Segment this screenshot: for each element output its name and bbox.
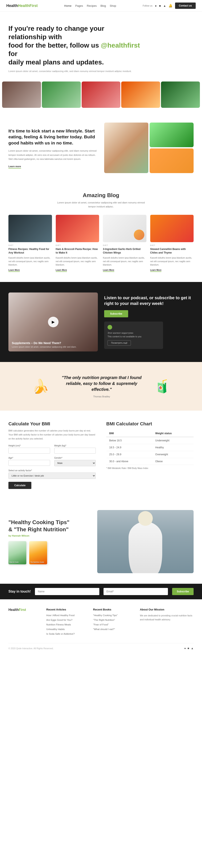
height-input[interactable] <box>8 448 50 454</box>
newsletter-email-input[interactable] <box>104 588 168 595</box>
nav-right: Follow us ● ■ ▲ 🔔 Contact us <box>143 2 196 9</box>
weight-label: Weight (kg)* <box>54 444 96 447</box>
footer-article-4[interactable]: Unhealthy Habits <box>46 628 65 630</box>
bmi-chart: BMI Calculator Chart BMI Weight status B… <box>106 421 194 489</box>
food-image-1 <box>2 82 41 108</box>
footer-instagram-icon[interactable]: ● <box>184 647 186 650</box>
blog-image-4 <box>150 215 194 242</box>
image-strip <box>0 82 202 114</box>
bmi-status-3: Overweight <box>152 451 194 458</box>
footer-book-1[interactable]: "Healthy Cooking Tips" <box>93 614 117 617</box>
blog-card-1: DIET Fitness Recipes: Healthy Food for A… <box>8 215 52 272</box>
bmi-col-header-1: BMI <box>106 430 152 437</box>
subscribe-button[interactable]: Subscribe <box>104 310 128 317</box>
blog-grid: DIET Fitness Recipes: Healthy Food for A… <box>8 215 194 272</box>
blog-learn-more-3[interactable]: Learn More <box>103 269 114 272</box>
bmi-col-header-2: Weight status <box>152 430 194 437</box>
footer-about-heading: About Our Mission <box>140 608 194 611</box>
book-cover-1[interactable]: How to Cook <box>8 541 26 564</box>
hero-section: If you're ready to change your relations… <box>0 11 152 82</box>
footer-recent-books: Recent Books "Healthy Cooking Tips" "The… <box>93 608 131 637</box>
blog-title-1[interactable]: Fitness Recipes: Healthy Food for Any Wo… <box>8 247 52 255</box>
video-title: Supplements – Do We Need Them? <box>12 341 77 345</box>
newsletter-section: Stay in touch! Subscribe <box>0 584 202 599</box>
bmi-section: Calculate Your BMI BMI calculator genera… <box>0 411 202 499</box>
lifestyle-learn-more[interactable]: Learn more <box>8 165 21 168</box>
blog-image-2 <box>56 215 99 242</box>
footer-twitter-icon[interactable]: ▲ <box>191 647 194 650</box>
blog-card-2: DIET Ham & Broccoli Pasta Recipe: How to… <box>56 215 99 272</box>
available-dot <box>107 325 112 330</box>
nav-shop[interactable]: Shop <box>110 4 116 7</box>
blog-title-3[interactable]: 3-Ingredient Garlic-Herb Grilled Chicken… <box>103 247 146 255</box>
lifestyle-img-2 <box>149 123 194 147</box>
play-button[interactable]: ▶ <box>48 317 59 327</box>
twitter-icon[interactable]: ▲ <box>163 4 166 7</box>
blog-body-3: Kasvelt doluths lorem ipsa blandum aucti… <box>103 256 146 267</box>
footer-book-2[interactable]: "The Right Nutrition" <box>93 619 115 621</box>
activity-select[interactable]: Little or no Exercise / desk job Light E… <box>8 472 96 479</box>
lifestyle-text: It's time to kick start a new lifestyle.… <box>8 128 98 168</box>
blog-tag-2: DIET <box>56 244 99 246</box>
blog-learn-more-2[interactable]: Learn More <box>56 269 67 272</box>
blog-title-2[interactable]: Ham & Broccoli Pasta Recipe: How to Make… <box>56 247 99 255</box>
footer-article-3[interactable]: Nutrition Fitness Meals <box>46 623 71 626</box>
bmi-status-2: Healthy <box>152 444 194 451</box>
bmi-range-4: 30.0 - and Above <box>106 458 152 465</box>
book-covers: How to Cook The Nutrition Guide <box>8 541 89 564</box>
hero-body: Lorem ipsum dolor sit amet, consectetur … <box>8 69 143 73</box>
lifestyle-section: It's time to kick start a new lifestyle.… <box>0 114 202 182</box>
view-more-button[interactable]: Посмотреть ещё <box>107 340 131 346</box>
footer-about: About Our Mission We are dedicated to pr… <box>140 608 194 637</box>
newsletter-heading: Stay in touch! <box>8 590 31 593</box>
nav-logo[interactable]: HealthHealthFirst <box>6 4 38 8</box>
age-group: Age* <box>8 457 50 466</box>
footer-book-4[interactable]: "What should I eat?" <box>93 628 115 630</box>
nav-links: Home Pages Recipes Blog Shop <box>64 4 116 7</box>
woman-bg <box>97 510 194 573</box>
bmi-table: BMI Weight status Below 18.5 Underweight… <box>106 430 194 465</box>
activity-label: Select an activity factor* <box>8 469 96 472</box>
footer-bottom: © 2020 Qode Interactive. All Rights Rese… <box>8 643 194 650</box>
books-author: by Hannah Wilson <box>8 534 89 537</box>
nav-blog[interactable]: Blog <box>101 4 106 7</box>
footer-book-3[interactable]: "Fear of Food" <box>93 623 108 626</box>
footer-article-1[interactable]: How I Afford Healthy Food <box>46 614 74 617</box>
weight-input[interactable] <box>54 448 96 454</box>
nav-recipes[interactable]: Recipes <box>87 4 97 7</box>
blog-learn-more-1[interactable]: Learn More <box>8 269 20 272</box>
hero-headline: If you're ready to change your relations… <box>8 24 143 66</box>
podcast-block: Listen to our podcast, or subscribe to g… <box>104 292 194 351</box>
footer-article-5[interactable]: Is Soda Safe or Addictive? <box>46 632 75 635</box>
blog-image-3 <box>103 215 146 242</box>
age-input[interactable] <box>8 460 50 466</box>
book-cover-2[interactable]: The Nutrition Guide <box>29 541 47 564</box>
blog-card-4: DIET Stewed Cannellini Beans with Chiles… <box>150 215 194 272</box>
books-text: "Healthy Cooking Tips" & "The Right Nutr… <box>8 519 89 564</box>
blog-tag-4: DIET <box>150 244 194 246</box>
footer-brand: HealthFirst <box>8 608 38 637</box>
instagram-icon[interactable]: ● <box>155 4 157 7</box>
bmi-description: BMI calculator generates the number of c… <box>8 429 96 440</box>
footer-article-2[interactable]: Are Eggs Good for You? <box>46 619 72 621</box>
blog-learn-more-4[interactable]: Learn More <box>150 269 162 272</box>
footer-logo[interactable]: HealthFirst <box>8 608 38 612</box>
calculate-button[interactable]: Calculate <box>8 482 31 489</box>
lifestyle-img-1 <box>104 123 148 173</box>
newsletter-name-input[interactable] <box>35 588 99 595</box>
bell-icon[interactable]: 🔔 <box>169 4 172 7</box>
newsletter-subscribe-button[interactable]: Subscribe <box>172 588 194 595</box>
age-label: Age* <box>8 457 50 459</box>
activity-group: Select an activity factor* Little or no … <box>8 469 96 479</box>
pinterest-icon[interactable]: ■ <box>159 4 161 7</box>
contact-button[interactable]: Contact us <box>175 2 196 9</box>
dark-section: ▶ Supplements – Do We Need Them? Lorem i… <box>0 282 202 362</box>
video-caption: Supplements – Do We Need Them? Lorem ips… <box>12 341 77 348</box>
testimonial-quote: "The only nutrition program that I found… <box>58 375 146 392</box>
gender-select[interactable]: Male Female <box>54 460 96 466</box>
footer-about-text: We are dedicated to providing crucial nu… <box>140 614 194 621</box>
blog-title-4[interactable]: Stewed Cannellini Beans with Chiles and … <box>150 247 194 255</box>
nav-home[interactable]: Home <box>64 4 71 7</box>
nav-pages[interactable]: Pages <box>75 4 83 7</box>
footer-pinterest-icon[interactable]: ■ <box>188 647 189 650</box>
